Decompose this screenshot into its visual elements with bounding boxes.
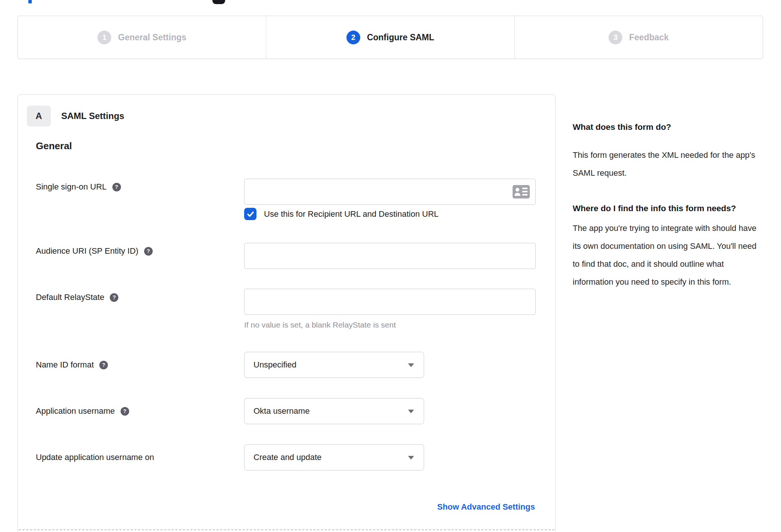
show-advanced-settings-link[interactable]: Show Advanced Settings [437,502,535,512]
field-label-text: Name ID format [36,360,94,370]
contact-card-icon[interactable] [513,185,530,198]
update-app-username-label: Update application username on [36,453,154,462]
cutoff-blue-fragment [28,0,32,3]
general-heading: General [36,140,72,152]
step-feedback[interactable]: 3 Feedback [514,16,763,59]
step-2-number-badge: 2 [346,31,360,44]
help-icon[interactable]: ? [112,183,121,191]
field-label-text: Audience URI (SP Entity ID) [36,246,139,256]
section-badge: A [27,106,51,126]
selected-value: Okta username [253,406,309,416]
sidebar-heading-what: What does this form do? [573,122,762,133]
wizard-step-bar: 1 General Settings 2 Configure SAML 3 Fe… [18,16,763,59]
sidebar-paragraph-what: This form generates the XML needed for t… [573,146,762,182]
help-sidebar: What does this form do? This form genera… [573,119,762,291]
checkbox-label: Use this for Recipient URL and Destinati… [264,209,439,219]
selected-value: Unspecified [253,360,296,370]
cutoff-app-logo-fragment [212,0,225,4]
help-icon[interactable]: ? [110,293,118,302]
chevron-down-icon [408,363,414,367]
field-label-text: Application username [36,406,115,416]
application-username-select[interactable]: Okta username [244,398,424,424]
checkbox-checked-icon[interactable] [244,208,256,220]
help-icon[interactable]: ? [99,361,108,369]
sidebar-heading-where: Where do I find the info this form needs… [573,201,762,216]
field-label-text: Update application username on [36,453,154,462]
sidebar-paragraph-where: The app you're trying to integrate with … [573,219,762,291]
saml-settings-panel: A SAML Settings General Single sign-on U… [18,94,556,532]
chevron-down-icon [408,456,414,460]
recipient-url-checkbox-row[interactable]: Use this for Recipient URL and Destinati… [244,208,439,220]
relaystate-hint: If no value is set, a blank RelayState i… [244,320,396,329]
name-id-format-select[interactable]: Unspecified [244,352,424,378]
default-relaystate-input[interactable] [244,289,536,315]
step-3-number-badge: 3 [609,31,622,44]
audience-uri-label: Audience URI (SP Entity ID) ? [36,246,153,256]
single-sign-on-url-label: Single sign-on URL ? [36,182,121,192]
default-relaystate-input-wrap [244,289,536,315]
single-sign-on-url-input[interactable] [244,179,536,205]
step-2-label: Configure SAML [367,32,434,43]
help-icon[interactable]: ? [121,407,129,416]
default-relaystate-label: Default RelayState ? [36,292,118,302]
step-configure-saml[interactable]: 2 Configure SAML [266,16,514,59]
selected-value: Create and update [253,453,321,462]
step-3-label: Feedback [629,32,669,43]
dashed-section-divider [19,529,554,530]
name-id-format-label: Name ID format ? [36,360,108,370]
application-username-label: Application username ? [36,406,129,416]
field-label-text: Default RelayState [36,292,104,302]
step-general-settings[interactable]: 1 General Settings [18,16,266,59]
update-app-username-select[interactable]: Create and update [244,444,424,470]
single-sign-on-url-input-wrap [244,179,536,205]
field-label-text: Single sign-on URL [36,182,107,192]
audience-uri-input-wrap [244,243,536,269]
chevron-down-icon [408,410,414,413]
panel-header: A SAML Settings [27,105,124,127]
step-1-label: General Settings [118,32,186,43]
section-title: SAML Settings [61,111,124,121]
step-1-number-badge: 1 [97,31,111,44]
okta-configure-saml-page: 1 General Settings 2 Configure SAML 3 Fe… [0,0,781,532]
help-icon[interactable]: ? [144,247,153,256]
audience-uri-input[interactable] [244,243,536,269]
